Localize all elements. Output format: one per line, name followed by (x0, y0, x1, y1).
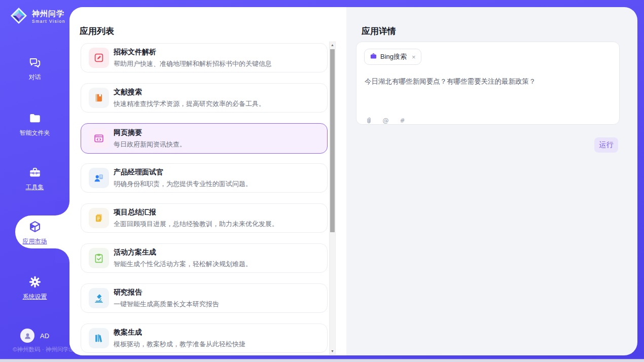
app-card-desc: 每日政府新闻资讯快查。 (114, 140, 186, 149)
paperclip-icon[interactable] (365, 117, 373, 125)
app-card-desc: 模板驱动，教案秒成，教学准备从此轻松快捷 (114, 340, 245, 349)
window-bottom-edge (0, 359, 644, 362)
app-card-title: 研究报告 (114, 288, 219, 297)
tool-tag-bing-search[interactable]: Bing搜索 × (364, 49, 421, 65)
app-card-title: 项目总结汇报 (114, 208, 278, 217)
attachment-toolbar: @# (365, 117, 407, 125)
tool-tag-label: Bing搜索 (380, 52, 407, 61)
clipboard-check-icon (89, 248, 109, 268)
briefcase-icon (370, 52, 377, 61)
sidebar-item-1[interactable]: 对话 (0, 56, 69, 82)
app-card-title: 教案生成 (114, 328, 245, 337)
cube-icon (28, 220, 42, 233)
sidebar-item-4[interactable]: 应用市场 (0, 220, 69, 246)
app-logo: 神州问学 Smart Vision (9, 6, 65, 27)
app-card-title: 招标文件解析 (114, 48, 272, 57)
close-icon[interactable]: × (412, 53, 416, 61)
run-button[interactable]: 运行 (594, 137, 618, 153)
app-card-desc: 快速精准查找学术资源，提高研究效率的必备工具。 (114, 99, 265, 108)
toolbox-icon (28, 166, 42, 179)
brand-subtitle: Smart Vision (32, 19, 65, 24)
app-card-desc: 明确身份和职责，为您提供专业性的面试问题。 (114, 179, 252, 189)
app-card-list: 招标文件解析帮助用户快速、准确地理解和解析招标书中的关键信息文献搜索快速精准查找… (81, 43, 328, 355)
folder-icon (28, 112, 42, 125)
app-card-title: 网页摘要 (114, 128, 186, 137)
app-list-title: 应用列表 (80, 25, 114, 37)
app-card-desc: 帮助用户快速、准确地理解和解析招标书中的关键信息 (114, 59, 272, 68)
svg-text:@: @ (382, 117, 388, 124)
report-doc-icon (89, 208, 109, 228)
app-list-panel: 应用列表 招标文件解析帮助用户快速、准确地理解和解析招标书中的关键信息文献搜索快… (69, 7, 346, 355)
sidebar-item-label: 工具集 (0, 183, 69, 192)
sidebar-item-label: 应用市场 (0, 237, 69, 246)
diamond-logo-icon (9, 6, 28, 27)
user-row[interactable]: AD (20, 329, 49, 343)
svg-text:#: # (400, 117, 405, 124)
app-card-title: 产品经理面试官 (114, 168, 252, 177)
app-detail-title: 应用详情 (362, 25, 396, 37)
hash-icon[interactable]: # (398, 117, 407, 125)
sidebar: 神州问学 Smart Vision 对话智能文件夹工具集应用市场系统设置 AD … (0, 0, 69, 362)
query-editor-card: Bing搜索 × 今日湖北有哪些新闻要点？有哪些需要关注的最新政策？ @# (356, 42, 620, 125)
sidebar-item-label: 系统设置 (0, 293, 69, 301)
edit-document-icon (89, 48, 109, 68)
sidebar-item-label: 智能文件夹 (0, 129, 69, 137)
app-card-3[interactable]: 网页摘要每日政府新闻资讯快查。 (81, 123, 328, 154)
app-card-2[interactable]: 文献搜索快速精准查找学术资源，提高研究效率的必备工具。 (81, 83, 328, 113)
browser-code-icon (89, 128, 109, 149)
avatar[interactable] (20, 329, 34, 343)
app-detail-panel: 应用详情 Bing搜索 × 今日湖北有哪些新闻要点？有哪些需要关注的最新政策？ … (346, 7, 637, 355)
sidebar-item-5[interactable]: 系统设置 (0, 275, 69, 301)
books-icon (89, 328, 109, 348)
app-card-title: 文献搜索 (114, 88, 265, 97)
app-card-desc: 智能生成个性化活动方案，轻松解决规划难题。 (114, 260, 252, 269)
sidebar-item-3[interactable]: 工具集 (0, 166, 69, 192)
microscope-icon (89, 288, 109, 308)
interviewer-icon (89, 168, 109, 188)
user-initials: AD (40, 332, 49, 340)
scrollbar-up-arrow[interactable]: ▲ (330, 42, 335, 48)
app-card-desc: 一键智能生成高质量长文本研究报告 (114, 300, 219, 309)
book-icon (89, 88, 109, 108)
app-card-8[interactable]: 教案生成模板驱动，教案秒成，教学准备从此轻松快捷 (81, 323, 328, 353)
app-card-4[interactable]: 产品经理面试官明确身份和职责，为您提供专业性的面试问题。 (81, 163, 328, 193)
at-icon[interactable]: @ (381, 117, 390, 125)
app-card-5[interactable]: 项目总结汇报全面回顾项目进展，总结经验教训，助力未来优化发展。 (81, 203, 328, 233)
query-input[interactable]: 今日湖北有哪些新闻要点？有哪些需要关注的最新政策？ (365, 77, 611, 87)
app-card-7[interactable]: 研究报告一键智能生成高质量长文本研究报告 (81, 283, 328, 313)
main-surface: 应用列表 招标文件解析帮助用户快速、准确地理解和解析招标书中的关键信息文献搜索快… (69, 7, 637, 355)
chat-icon (28, 56, 42, 69)
sidebar-item-2[interactable]: 智能文件夹 (0, 112, 69, 137)
sidebar-item-label: 对话 (0, 73, 69, 82)
app-card-1[interactable]: 招标文件解析帮助用户快速、准确地理解和解析招标书中的关键信息 (81, 43, 328, 73)
app-card-title: 活动方案生成 (114, 248, 252, 257)
scrollbar-thumb[interactable] (330, 49, 335, 232)
app-card-6[interactable]: 活动方案生成智能生成个性化活动方案，轻松解决规划难题。 (81, 243, 328, 273)
app-card-desc: 全面回顾项目进展，总结经验教训，助力未来优化发展。 (114, 220, 278, 229)
brand-name: 神州问学 (32, 10, 65, 18)
list-scrollbar[interactable]: ▲ ▼ (329, 42, 336, 355)
scrollbar-down-arrow[interactable]: ▼ (330, 348, 335, 354)
gear-icon (28, 275, 42, 288)
